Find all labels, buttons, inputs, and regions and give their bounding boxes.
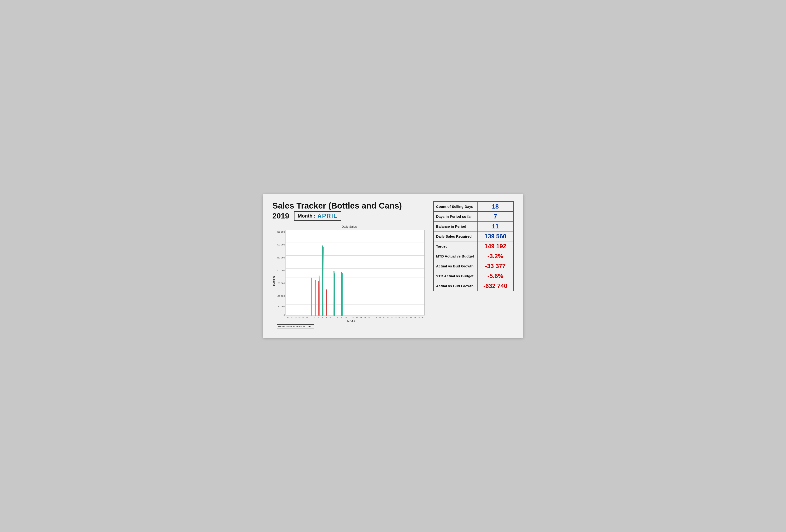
svg-text:20: 20 [383,316,385,318]
month-label: Month : [298,213,316,219]
metric-label-3: Daily Sales Required [434,232,478,241]
metric-label-0: Count of Selling Days [434,201,478,212]
metric-value-8: -632 740 [477,281,513,291]
svg-text:30: 30 [421,316,423,318]
metric-row-4: Target149 192 [434,241,513,251]
whiteboard: Sales Tracker (Bottles and Cans) 2019 Mo… [263,194,523,338]
svg-text:26: 26 [287,316,289,318]
metric-value-1: 7 [477,212,513,221]
chart-container: Daily Sales CASES 350 000 300 000 250 00… [273,225,426,329]
svg-text:3: 3 [318,316,319,318]
chart-svg: 350 000 300 000 250 000 200 000 150 000 … [277,229,426,318]
svg-text:28: 28 [295,316,297,318]
metric-label-5: MTD Actual vs Budget [434,251,478,261]
svg-text:23: 23 [394,316,396,318]
svg-text:15: 15 [364,316,366,318]
metric-label-8: Actual vs Bud Growth [434,281,478,291]
metric-row-0: Count of Selling Days18 [434,201,513,212]
y-axis-label: CASES [273,229,276,329]
main-title: Sales Tracker (Bottles and Cans) [273,201,426,211]
svg-text:21: 21 [387,316,389,318]
svg-text:22: 22 [391,316,393,318]
metric-value-5: -3.2% [477,251,513,261]
svg-text:7: 7 [333,316,334,318]
svg-text:5: 5 [326,316,327,318]
metric-value-6: -33 377 [477,261,513,271]
svg-text:100 000: 100 000 [277,295,285,297]
svg-text:28: 28 [413,316,416,318]
chart-title: Daily Sales [273,225,426,228]
svg-text:29: 29 [417,316,420,318]
svg-text:29: 29 [298,316,300,318]
metric-label-1: Days in Period so far [434,212,478,221]
right-panel: Count of Selling Days18Days in Period so… [433,201,514,329]
x-axis-label: DAYS [277,319,426,322]
metrics-table: Count of Selling Days18Days in Period so… [433,201,514,291]
svg-text:200 000: 200 000 [277,269,285,272]
left-panel: Sales Tracker (Bottles and Cans) 2019 Mo… [273,201,426,329]
svg-text:26: 26 [406,316,408,318]
svg-text:9: 9 [341,316,342,318]
svg-text:14: 14 [360,316,362,318]
metric-label-6: Actual vs Bud Growth [434,261,478,271]
metric-row-7: YTD Actual vs Budget-5.6% [434,271,513,281]
metric-row-5: MTD Actual vs Budget-3.2% [434,251,513,261]
metric-row-8: Actual vs Bud Growth-632 740 [434,281,513,291]
svg-text:350 000: 350 000 [277,231,285,233]
month-box: Month : APRIL [294,211,341,221]
svg-text:8: 8 [337,316,338,318]
metric-row-3: Daily Sales Required139 560 [434,232,513,241]
year-month-row: 2019 Month : APRIL [273,211,426,221]
metric-label-4: Target [434,241,478,251]
metric-value-4: 149 192 [477,241,513,251]
metric-label-2: Balance in Period [434,221,478,232]
svg-text:19: 19 [379,316,381,318]
year-label: 2019 [273,212,289,220]
metric-row-6: Actual vs Bud Growth-33 377 [434,261,513,271]
svg-text:250 000: 250 000 [277,256,285,259]
svg-text:18: 18 [375,316,377,318]
metric-row-2: Balance in Period11 [434,221,513,232]
metric-row-1: Days in Period so far7 [434,212,513,221]
svg-text:16: 16 [367,316,369,318]
svg-text:30: 30 [302,316,304,318]
responsible-person-box: RESPONSIBLE PERSON: OIB 1 [277,324,314,329]
svg-text:4: 4 [322,316,323,318]
svg-text:25: 25 [402,316,404,318]
svg-text:2: 2 [314,316,315,318]
metric-value-2: 11 [477,221,513,232]
svg-text:27: 27 [410,316,412,318]
svg-text:17: 17 [371,316,373,318]
metric-label-7: YTD Actual vs Budget [434,271,478,281]
metric-value-7: -5.6% [477,271,513,281]
chart-wrap: CASES 350 000 300 000 250 000 200 000 15… [273,229,426,329]
title-area: Sales Tracker (Bottles and Cans) 2019 Mo… [273,201,426,221]
chart-inner: 350 000 300 000 250 000 200 000 150 000 … [277,229,426,329]
svg-text:31: 31 [306,316,308,318]
svg-text:50 000: 50 000 [277,305,285,308]
svg-text:10: 10 [344,316,347,318]
svg-text:27: 27 [291,316,293,318]
month-value: APRIL [318,213,338,219]
svg-text:300 000: 300 000 [277,243,285,246]
svg-text:11: 11 [348,316,350,318]
metric-value-3: 139 560 [477,232,513,241]
svg-text:13: 13 [356,316,358,318]
svg-text:150 000: 150 000 [277,282,285,285]
svg-text:24: 24 [398,316,400,318]
metric-value-0: 18 [477,201,513,212]
svg-text:1: 1 [310,316,311,318]
svg-text:12: 12 [352,316,354,318]
svg-text:0: 0 [283,314,285,316]
svg-text:6: 6 [329,316,330,318]
